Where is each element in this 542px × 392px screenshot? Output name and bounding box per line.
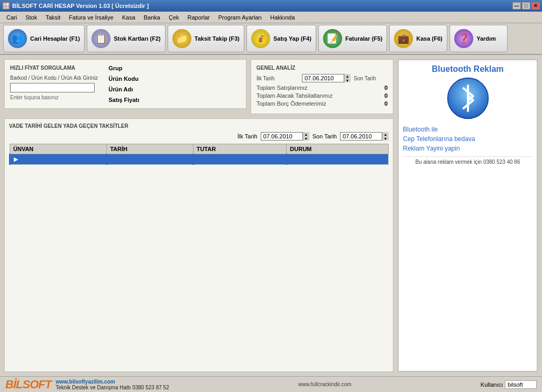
footer-user: Kullanıcı bbox=[481, 380, 537, 389]
ga-stat-toplam-borç-ödemelerimiz: Toplam Borç Ödemelerimiz 0 bbox=[256, 100, 388, 107]
gen-analysis-section: GENEL ANALİZ İlk Tarih ▲ ▼ Son Tarih bbox=[251, 59, 393, 114]
menu-item-cari[interactable]: Cari bbox=[2, 13, 21, 22]
toolbar-btn-stok[interactable]: 📋 Stok Kartları (F2) bbox=[87, 25, 166, 52]
qp-right: Grup Ürün Kodu Ürün Adı Satış Fiyatı bbox=[108, 65, 155, 103]
cell-durum bbox=[287, 154, 389, 165]
ga-stat-label: Toplam Satışlarımız bbox=[256, 85, 308, 91]
qp-field-name: Ürün Adı bbox=[108, 86, 151, 92]
taksit-ilk-up[interactable]: ▲ bbox=[303, 132, 309, 136]
ga-stat-toplam-satışlarımız: Toplam Satışlarımız 0 bbox=[256, 85, 388, 91]
menu-item-çek[interactable]: Çek bbox=[164, 13, 183, 22]
menu-item-raporlar[interactable]: Raporlar bbox=[183, 13, 214, 22]
qp-input-label: HIZLI FİYAT SORGULAMA bbox=[10, 65, 98, 71]
yardim-icon: ❓ bbox=[454, 29, 473, 48]
menu-bar: CariStokTaksitFatura ve İrsaliyeKasaBank… bbox=[0, 12, 542, 23]
taksit-son-up[interactable]: ▲ bbox=[382, 132, 389, 136]
title-bar-left: 🪟 BİLSOFT CARİ HESAP Version 1.03 [ Ücre… bbox=[2, 2, 149, 10]
ga-title: GENEL ANALİZ bbox=[256, 65, 388, 71]
qp-field-name: Ürün Kodu bbox=[108, 76, 151, 82]
taksit-table-header: ÜNVAN TARİH TUTAR DURUM bbox=[10, 144, 389, 154]
ga-ilk-tarih-label: İlk Tarih bbox=[256, 76, 299, 81]
taksit-son-wrapper: ▲ ▼ bbox=[340, 132, 389, 141]
ga-date-row: İlk Tarih ▲ ▼ Son Tarih ▲ bbox=[256, 74, 388, 82]
col-unvan: ÜNVAN bbox=[10, 144, 107, 154]
qp-barkod-label: Barkod / Ürün Kodu / Ürün Adı Giriniz bbox=[10, 75, 98, 81]
cari-label: Cari Hesaplar (F1) bbox=[30, 35, 80, 42]
taksit-son-spin: ▲ ▼ bbox=[382, 132, 389, 141]
right-column: Bluetooth Reklam Bluetooth ile Cep Telef… bbox=[398, 59, 538, 372]
quick-price-section: HIZLI FİYAT SORGULAMA Barkod / Ürün Kodu… bbox=[4, 59, 246, 109]
fatura-icon: 📝 bbox=[323, 29, 342, 48]
satis-icon: 💰 bbox=[251, 29, 270, 48]
toolbar-btn-yardim[interactable]: ❓ Yardım bbox=[449, 25, 508, 52]
taksit-section: VADE TARİHİ GELEN YADA GEÇEN TAKSİTLER İ… bbox=[4, 118, 393, 372]
col-tutar: TUTAR bbox=[193, 144, 287, 154]
bt-text-content: Bluetooth ile Cep Telefonlarına bedava R… bbox=[403, 126, 475, 152]
maximize-button[interactable]: □ bbox=[522, 2, 530, 10]
qp-search-input[interactable] bbox=[10, 83, 95, 92]
toolbar-btn-fatura[interactable]: 📝 Faturalar (F5) bbox=[318, 25, 387, 52]
taksit-ilk-label: İlk Tarih bbox=[237, 133, 258, 139]
logo-bil: B bbox=[5, 378, 13, 391]
qp-field-satış-fiyatı: Satış Fiyatı bbox=[108, 97, 155, 103]
ga-ilk-tarih-down[interactable]: ▼ bbox=[344, 78, 351, 82]
taksit-ilk-input[interactable] bbox=[261, 132, 303, 141]
gen-analysis-panel: GENEL ANALİZ İlk Tarih ▲ ▼ Son Tarih bbox=[251, 59, 393, 114]
ga-stat-toplam-alacak-tahsilatlarımız: Toplam Alacak Tahsilatlarımız 0 bbox=[256, 92, 388, 99]
qp-field-ürün-kodu: Ürün Kodu bbox=[108, 76, 155, 82]
toolbar-btn-cari[interactable]: 👥 Cari Hesaplar (F1) bbox=[3, 25, 85, 52]
menu-item-kasa[interactable]: Kasa bbox=[118, 13, 140, 22]
toolbar-btn-satis[interactable]: 💰 Satış Yap (F4) bbox=[246, 25, 316, 52]
logo-il: İL bbox=[13, 378, 23, 391]
footer-support: Teknik Destek ve Danışma Hattı 0380 523 … bbox=[56, 385, 169, 390]
col-tarih: TARİH bbox=[107, 144, 194, 154]
main-content: HIZLI FİYAT SORGULAMA Barkod / Ürün Kodu… bbox=[0, 55, 542, 376]
ga-ilk-tarih-up[interactable]: ▲ bbox=[344, 74, 351, 78]
bluetooth-icon bbox=[447, 77, 489, 119]
minimize-button[interactable]: — bbox=[512, 2, 521, 10]
taksit-ilk-wrapper: ▲ ▼ bbox=[261, 132, 309, 141]
menu-item-banka[interactable]: Banka bbox=[140, 13, 164, 22]
col-durum: DURUM bbox=[287, 144, 389, 154]
qp-field-ürün-adı: Ürün Adı bbox=[108, 86, 155, 92]
user-input[interactable] bbox=[505, 380, 537, 389]
app-title: BİLSOFT CARİ HESAP Version 1.03 [ Ücrets… bbox=[12, 3, 149, 9]
logo-soft: SOFT bbox=[22, 378, 51, 391]
sections-top: HIZLI FİYAT SORGULAMA Barkod / Ürün Kodu… bbox=[4, 59, 393, 114]
footer: BİLSOFT www.bilsoftyazilim.com Teknik De… bbox=[0, 376, 542, 392]
toolbar-btn-kasa[interactable]: 💼 Kasa (F6) bbox=[389, 25, 447, 52]
ga-ilk-tarih-wrapper: ▲ ▼ bbox=[302, 74, 351, 82]
taksit-ilk-down[interactable]: ▼ bbox=[303, 136, 309, 141]
taksit-son-input[interactable] bbox=[340, 132, 382, 141]
menu-item-stok[interactable]: Stok bbox=[21, 13, 41, 22]
footer-website: www.bilsoftyazilim.com bbox=[56, 379, 169, 385]
menu-item-taksit[interactable]: Taksit bbox=[41, 13, 65, 22]
satis-label: Satış Yap (F4) bbox=[273, 35, 311, 42]
cell-tarih bbox=[107, 154, 194, 165]
close-button[interactable]: ✕ bbox=[531, 2, 540, 10]
bluetooth-ad: Bluetooth Reklam Bluetooth ile Cep Telef… bbox=[398, 59, 538, 372]
qp-field-name: Satış Fiyatı bbox=[108, 97, 151, 103]
taksit-son-down[interactable]: ▼ bbox=[382, 136, 389, 141]
menu-item-hakkında[interactable]: Hakkında bbox=[266, 13, 299, 22]
left-column: HIZLI FİYAT SORGULAMA Barkod / Ürün Kodu… bbox=[4, 59, 393, 372]
menu-item-program-ayarları[interactable]: Program Ayarları bbox=[214, 13, 266, 22]
kasa-icon: 💼 bbox=[394, 29, 413, 48]
ga-stats: Toplam Satışlarımız 0Toplam Alacak Tahsi… bbox=[256, 85, 388, 107]
stok-label: Stok Kartları (F2) bbox=[114, 35, 161, 42]
yardim-label: Yardım bbox=[476, 35, 496, 42]
taksit-table-body: ▶ bbox=[10, 154, 389, 165]
toolbar-btn-taksit[interactable]: 📁 Taksit Takip (F3) bbox=[168, 25, 244, 52]
qp-field-name: Grup bbox=[108, 65, 151, 71]
footer-info: www.bilsoftyazilim.com Teknik Destek ve … bbox=[56, 379, 169, 390]
cari-icon: 👥 bbox=[8, 29, 27, 48]
quick-price-panel: HIZLI FİYAT SORGULAMA Barkod / Ürün Kodu… bbox=[4, 59, 246, 114]
table-row[interactable]: ▶ bbox=[10, 154, 389, 165]
ga-stat-label: Toplam Borç Ödemelerimiz bbox=[256, 100, 326, 107]
menu-item-fatura-ve-i̇rsaliye[interactable]: Fatura ve İrsaliye bbox=[65, 13, 117, 22]
cell-tutar bbox=[193, 154, 287, 165]
app-icon: 🪟 bbox=[2, 2, 10, 10]
ga-ilk-tarih-input[interactable] bbox=[302, 74, 344, 82]
ga-stat-label: Toplam Alacak Tahsilatlarımız bbox=[256, 92, 333, 99]
cell-unvan: ▶ bbox=[10, 154, 107, 165]
